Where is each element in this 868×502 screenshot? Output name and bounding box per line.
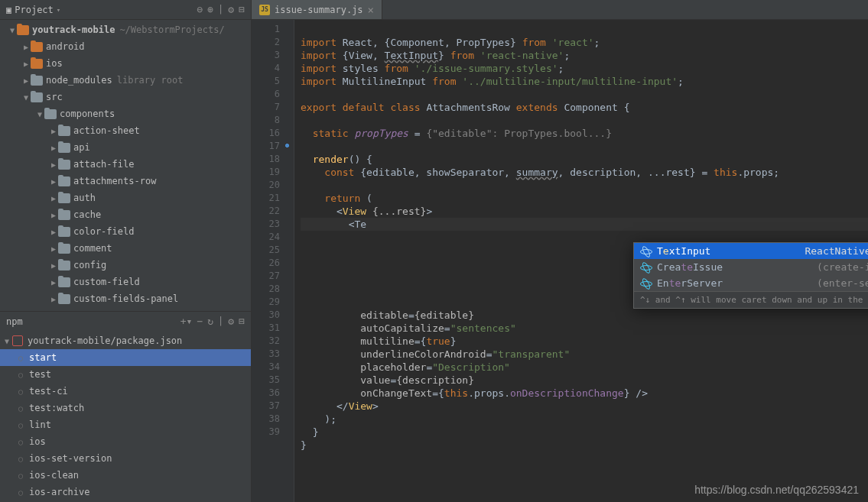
- tree-item-cache[interactable]: ▶cache: [0, 206, 251, 223]
- tab-filename: issue-summary.js: [275, 5, 363, 15]
- tree-item-youtrack-mobile[interactable]: ▼youtrack-mobile~/WebstormProjects/: [0, 21, 251, 38]
- expand-arrow-icon[interactable]: ▶: [49, 160, 58, 169]
- completion-hint: (create-issue.js, src/views/create-issue…: [817, 261, 868, 274]
- chevron-down-icon: ▼: [5, 337, 9, 345]
- tree-item-attach-file[interactable]: ▶attach-file: [0, 156, 251, 173]
- expand-arrow-icon[interactable]: ▶: [49, 194, 58, 202]
- npm-script-label: ios-archive: [29, 487, 89, 497]
- line-number: 30: [252, 309, 294, 322]
- tree-item-ios[interactable]: ▶ios: [0, 55, 251, 72]
- expand-arrow-icon[interactable]: ▶: [49, 177, 58, 186]
- npm-script-test-ci[interactable]: ○test-ci: [0, 383, 251, 400]
- line-number-gutter: 1234567816171819202122232425262728293031…: [252, 20, 294, 502]
- tree-item-label: ios: [46, 58, 63, 69]
- completion-item[interactable]: EnterServer(enter-server.js, src/views/e…: [634, 275, 868, 291]
- tree-item-attachments-row[interactable]: ▶attachments-row: [0, 173, 251, 189]
- npm-script-ios-set-version[interactable]: ○ios-set-version: [0, 450, 251, 467]
- tree-item-custom-field[interactable]: ▶custom-field: [0, 274, 251, 290]
- line-number: 2: [252, 36, 294, 49]
- dropdown-arrow-icon: ▾: [57, 6, 60, 14]
- tree-item-config[interactable]: ▶config: [0, 257, 251, 274]
- line-number: 20: [252, 179, 294, 192]
- add-icon[interactable]: +▾: [180, 316, 193, 327]
- folder-icon: [58, 160, 70, 170]
- remove-icon[interactable]: −: [197, 316, 203, 327]
- code-editor[interactable]: 1234567816171819202122232425262728293031…: [252, 20, 868, 502]
- npm-script-test[interactable]: ○test: [0, 366, 251, 383]
- expand-arrow-icon[interactable]: ▼: [35, 110, 44, 118]
- gear-icon[interactable]: ⚙: [228, 316, 234, 327]
- tree-item-label: action-sheet: [73, 125, 140, 136]
- completion-popup[interactable]: TextInputReactNative (react-native.js, r…: [633, 242, 868, 309]
- tree-item-node_modules[interactable]: ▶node_moduleslibrary root: [0, 72, 251, 89]
- tree-item-android[interactable]: ▶android: [0, 38, 251, 55]
- completion-item[interactable]: CreateIssue(create-issue.js, src/views/c…: [634, 259, 868, 275]
- project-tree[interactable]: ▼youtrack-mobile~/WebstormProjects/▶andr…: [0, 20, 251, 311]
- tree-item-api[interactable]: ▶api: [0, 139, 251, 156]
- gear-icon[interactable]: ⚙: [228, 4, 234, 15]
- target-icon[interactable]: ⊕: [207, 4, 213, 15]
- expand-arrow-icon[interactable]: ▶: [21, 60, 31, 68]
- expand-arrow-icon[interactable]: ▶: [49, 211, 58, 219]
- tree-item-label: cache: [73, 209, 101, 220]
- expand-arrow-icon[interactable]: ▼: [21, 93, 31, 102]
- collapse-icon[interactable]: ⊖: [197, 4, 203, 15]
- tree-item-src[interactable]: ▼src: [0, 89, 251, 105]
- line-number: 31: [252, 322, 294, 335]
- line-number: 36: [252, 387, 294, 400]
- tree-item-components[interactable]: ▼components: [0, 105, 251, 122]
- folder-icon: [58, 177, 70, 186]
- project-tab[interactable]: ▣ Project ▾: [6, 5, 60, 15]
- sidebar: ▣ Project ▾ ⊖ ⊕ | ⚙ ⊟ ▼youtrack-mobile~/…: [0, 0, 252, 502]
- hide-icon[interactable]: ⊟: [239, 316, 245, 327]
- tree-item-label: attach-file: [73, 159, 134, 170]
- completion-name: TextInput: [657, 245, 710, 257]
- folder-icon: [58, 261, 70, 270]
- expand-arrow-icon[interactable]: ▼: [8, 26, 17, 34]
- line-number: 32: [252, 335, 294, 348]
- npm-tree: ▼ youtrack-mobile/package.json ○start○te…: [0, 331, 251, 502]
- line-number: 22: [252, 205, 294, 218]
- tree-item-label: api: [73, 142, 90, 153]
- npm-script-label: test-ci: [29, 386, 68, 397]
- hide-icon[interactable]: ⊟: [239, 4, 245, 15]
- bullet-icon: ○: [18, 438, 23, 446]
- npm-script-ios-archive[interactable]: ○ios-archive: [0, 484, 251, 500]
- bullet-icon: ○: [18, 354, 23, 362]
- tree-item-auth[interactable]: ▶auth: [0, 189, 251, 206]
- editor-tab[interactable]: JS issue-summary.js ×: [252, 0, 382, 19]
- expand-arrow-icon[interactable]: ▶: [49, 127, 58, 135]
- tree-item-label: custom-field: [73, 277, 140, 287]
- npm-package-row[interactable]: ▼ youtrack-mobile/package.json: [0, 332, 251, 349]
- close-icon[interactable]: ×: [368, 4, 374, 16]
- npm-script-lint[interactable]: ○lint: [0, 416, 251, 433]
- react-icon: [640, 262, 651, 273]
- expand-arrow-icon[interactable]: ▶: [49, 228, 58, 236]
- expand-arrow-icon[interactable]: ▶: [49, 261, 58, 270]
- expand-arrow-icon[interactable]: ▶: [49, 245, 58, 253]
- react-icon: [640, 246, 651, 257]
- line-number: 16: [252, 127, 294, 140]
- npm-script-ios-clean[interactable]: ○ios-clean: [0, 467, 251, 484]
- override-marker-icon[interactable]: [284, 142, 291, 149]
- folder-icon: [31, 76, 43, 86]
- npm-script-ios[interactable]: ○ios: [0, 433, 251, 450]
- tree-item-label: src: [46, 92, 63, 102]
- npm-script-test:watch[interactable]: ○test:watch: [0, 400, 251, 416]
- expand-arrow-icon[interactable]: ▶: [21, 76, 31, 85]
- tree-item-comment[interactable]: ▶comment: [0, 240, 251, 257]
- tree-item-custom-fields-panel[interactable]: ▶custom-fields-panel: [0, 290, 251, 307]
- expand-arrow-icon[interactable]: ▶: [49, 144, 58, 152]
- refresh-icon[interactable]: ↻: [207, 316, 213, 327]
- line-number: 27: [252, 270, 294, 283]
- tree-item-action-sheet[interactable]: ▶action-sheet: [0, 122, 251, 139]
- npm-script-start[interactable]: ○start: [0, 349, 251, 366]
- folder-icon: [31, 42, 43, 52]
- expand-arrow-icon[interactable]: ▶: [21, 43, 31, 51]
- tree-item-color-field[interactable]: ▶color-field: [0, 223, 251, 240]
- code-content[interactable]: import React, {Component, PropTypes} fro…: [294, 20, 868, 502]
- expand-arrow-icon[interactable]: ▶: [49, 295, 58, 303]
- expand-arrow-icon[interactable]: ▶: [49, 278, 58, 287]
- completion-item[interactable]: TextInputReactNative (react-native.js, r…: [634, 243, 868, 259]
- bullet-icon: ○: [18, 488, 23, 497]
